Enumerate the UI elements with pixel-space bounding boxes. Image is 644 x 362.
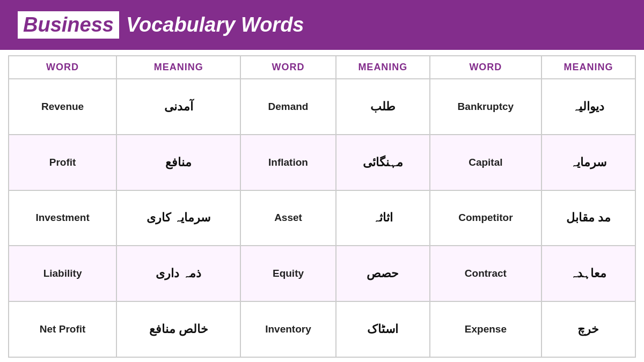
meaning-cell: دیوالیہ [541, 79, 635, 135]
meaning-cell: مہنگائی [336, 135, 430, 190]
table-row: Liabilityذمہ داریEquityحصصContractمعاہدہ [9, 246, 635, 301]
word-cell: Asset [240, 190, 336, 246]
meaning-cell: اثاثہ [336, 190, 430, 246]
meaning-cell: حصص [336, 246, 430, 301]
word-cell: Expense [430, 301, 541, 357]
header-banner: Business Vocabulary Words [0, 0, 644, 50]
col3-meaning-header: MEANING [541, 56, 635, 79]
word-cell: Revenue [9, 79, 116, 135]
meaning-cell: مد مقابل [541, 190, 635, 246]
col2-meaning-header: MEANING [336, 56, 430, 79]
meaning-cell: طلب [336, 79, 430, 135]
meaning-cell: آمدنی [116, 79, 240, 135]
word-cell: Net Profit [9, 301, 116, 357]
word-cell: Profit [9, 135, 116, 190]
meaning-cell: خرچ [541, 301, 635, 357]
meaning-cell: منافع [116, 135, 240, 190]
word-cell: Equity [240, 246, 336, 301]
word-cell: Inventory [240, 301, 336, 357]
table-row: ProfitمنافعInflationمہنگائیCapitalسرمایہ [9, 135, 635, 190]
page-wrapper: Business Vocabulary Words WORD MEANING W… [0, 0, 644, 362]
meaning-cell: ذمہ داری [116, 246, 240, 301]
word-cell: Bankruptcy [430, 79, 541, 135]
col1-word-header: WORD [9, 56, 116, 79]
word-cell: Contract [430, 246, 541, 301]
meaning-cell: سرمایہ [541, 135, 635, 190]
word-cell: Demand [240, 79, 336, 135]
word-cell: Investment [9, 190, 116, 246]
table-row: Investmentسرمایہ کاریAssetاثاثہCompetito… [9, 190, 635, 246]
meaning-cell: اسٹاک [336, 301, 430, 357]
header-vocabulary-words: Vocabulary Words [126, 13, 304, 36]
table-row: Net Profitخالص منافعInventoryاسٹاکExpens… [9, 301, 635, 357]
table-area: WORD MEANING WORD MEANING WORD MEANING R… [0, 50, 644, 362]
table-row: RevenueآمدنیDemandطلبBankruptcyدیوالیہ [9, 79, 635, 135]
table-header-row: WORD MEANING WORD MEANING WORD MEANING [9, 56, 635, 79]
word-cell: Inflation [240, 135, 336, 190]
word-cell: Capital [430, 135, 541, 190]
meaning-cell: خالص منافع [116, 301, 240, 357]
vocabulary-table: WORD MEANING WORD MEANING WORD MEANING R… [8, 55, 636, 358]
word-cell: Liability [9, 246, 116, 301]
col1-meaning-header: MEANING [116, 56, 240, 79]
word-cell: Competitor [430, 190, 541, 246]
col3-word-header: WORD [430, 56, 541, 79]
meaning-cell: سرمایہ کاری [116, 190, 240, 246]
col2-word-header: WORD [240, 56, 336, 79]
header-business-word: Business [16, 10, 121, 40]
meaning-cell: معاہدہ [541, 246, 635, 301]
